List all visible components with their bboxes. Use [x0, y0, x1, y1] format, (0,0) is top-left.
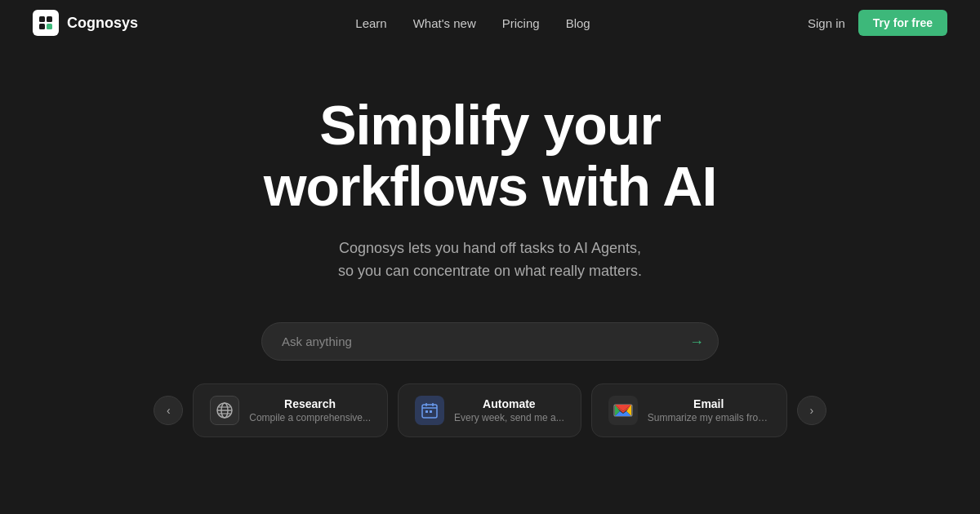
research-card-title: Research: [249, 397, 371, 410]
automate-card-content: Automate Every week, send me a...: [454, 397, 564, 423]
cards-row: Research Compile a comprehensive...: [193, 383, 786, 437]
svg-rect-0: [39, 16, 45, 22]
email-icon: [608, 396, 638, 425]
try-free-button[interactable]: Try for free: [858, 10, 947, 36]
hero-title: Simplify your workflows with AI: [204, 95, 776, 217]
nav-actions: Sign in Try for free: [808, 10, 947, 36]
svg-rect-13: [425, 410, 428, 413]
svg-rect-14: [430, 410, 432, 413]
nav-link-whats-new[interactable]: What's new: [413, 16, 476, 30]
automate-card-desc: Every week, send me a...: [454, 412, 564, 423]
search-wrapper: →: [261, 322, 719, 361]
nav-links: Learn What's new Pricing Blog: [355, 16, 590, 30]
svg-rect-3: [47, 24, 52, 29]
sign-in-button[interactable]: Sign in: [808, 16, 845, 30]
automate-card-title: Automate: [454, 397, 564, 410]
hero-subtitle: Cognosys lets you hand off tasks to AI A…: [338, 237, 642, 284]
cards-strip: ‹ Research Compile a comprehensive...: [0, 383, 980, 437]
prev-arrow-button[interactable]: ‹: [154, 396, 183, 425]
nav-link-blog[interactable]: Blog: [566, 16, 590, 30]
hero-section: Simplify your workflows with AI Cognosys…: [0, 46, 980, 437]
logo-text: Cognosys: [67, 15, 138, 32]
hero-subtitle-line1: Cognosys lets you hand off tasks to AI A…: [339, 240, 641, 256]
nav-link-learn[interactable]: Learn: [355, 16, 386, 30]
card-email[interactable]: Email Summarize my emails from...: [591, 383, 787, 437]
logo-icon: [33, 10, 59, 36]
email-card-title: Email: [648, 397, 770, 410]
email-card-desc: Summarize my emails from...: [648, 412, 770, 423]
hero-subtitle-line2: so you can concentrate on what really ma…: [338, 263, 642, 279]
research-card-content: Research Compile a comprehensive...: [249, 397, 371, 423]
logo[interactable]: Cognosys: [33, 10, 138, 36]
next-arrow-button[interactable]: ›: [797, 396, 826, 425]
automate-icon: [415, 396, 444, 425]
research-card-desc: Compile a comprehensive...: [249, 412, 371, 423]
nav-link-pricing[interactable]: Pricing: [502, 16, 540, 30]
research-icon: [210, 396, 239, 425]
navbar: Cognosys Learn What's new Pricing Blog S…: [0, 0, 980, 46]
email-card-content: Email Summarize my emails from...: [648, 397, 770, 423]
card-research[interactable]: Research Compile a comprehensive...: [193, 383, 388, 437]
search-input[interactable]: [261, 322, 719, 361]
svg-rect-1: [47, 16, 52, 22]
card-automate[interactable]: Automate Every week, send me a...: [398, 383, 581, 437]
svg-rect-2: [39, 24, 45, 29]
